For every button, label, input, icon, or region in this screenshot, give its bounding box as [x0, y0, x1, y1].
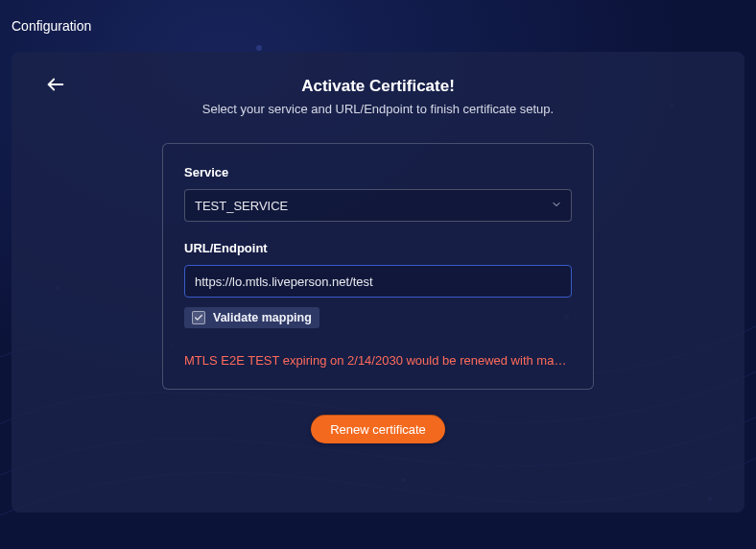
- url-group: URL/Endpoint Validate mapping: [184, 241, 572, 328]
- url-input[interactable]: [184, 265, 572, 298]
- action-row: Renew certificate: [35, 415, 721, 443]
- checkbox-checked-icon: [192, 311, 205, 324]
- arrow-left-icon: [45, 74, 66, 99]
- warning-message: MTLS E2E TEST expiring on 2/14/2030 woul…: [184, 353, 572, 368]
- service-label: Service: [184, 165, 572, 179]
- service-group: Service: [184, 165, 572, 222]
- card-header: Activate Certificate! Select your servic…: [35, 77, 721, 116]
- validate-mapping-toggle[interactable]: Validate mapping: [184, 307, 319, 328]
- validate-mapping-label: Validate mapping: [213, 311, 312, 324]
- config-card: Activate Certificate! Select your servic…: [12, 52, 744, 513]
- service-select[interactable]: [184, 189, 572, 222]
- card-title: Activate Certificate!: [35, 77, 721, 96]
- url-label: URL/Endpoint: [184, 241, 572, 255]
- form-panel: Service URL/Endpoint: [162, 143, 594, 390]
- service-select-value[interactable]: [184, 189, 572, 222]
- topbar: Configuration: [0, 0, 756, 52]
- page-title: Configuration: [12, 18, 91, 34]
- back-button[interactable]: [40, 71, 71, 102]
- renew-certificate-button[interactable]: Renew certificate: [311, 415, 445, 443]
- card-subtitle: Select your service and URL/Endpoint to …: [35, 102, 721, 116]
